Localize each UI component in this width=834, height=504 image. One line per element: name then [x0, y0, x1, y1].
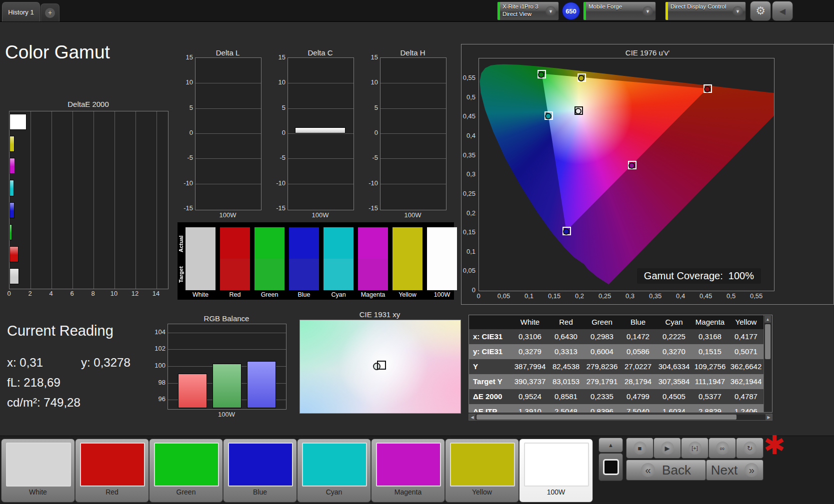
table-cell: 28,1794	[620, 374, 656, 389]
current-reading-heading: Current Reading	[7, 323, 114, 339]
source-dropdown[interactable]: Mobile Forge ▼	[583, 1, 656, 20]
scroll-thumb[interactable]	[476, 415, 736, 420]
table-cell: 2,8829	[692, 404, 728, 413]
collapse-panel-button[interactable]: ◀	[772, 1, 793, 21]
delta-gridline	[196, 83, 261, 83]
cie1976-x-tick: 0	[470, 292, 488, 300]
pattern-button-blue[interactable]: Blue	[223, 439, 297, 503]
pattern-button-label: Green	[150, 488, 222, 496]
table-cell: 0,2983	[584, 329, 620, 344]
control-button-play[interactable]: ▶	[654, 438, 681, 459]
table-cell: 307,3584	[656, 374, 692, 389]
delta-h-x-label: 100W	[380, 211, 446, 219]
pattern-button-cyan[interactable]: Cyan	[297, 439, 371, 503]
cie1976-chart: Gamut Coverage: 100%	[478, 58, 774, 291]
pattern-button-green[interactable]: Green	[149, 439, 223, 503]
table-cell: 362,6642	[728, 359, 764, 374]
delta-l-x-label: 100W	[195, 211, 260, 219]
delta-gridline	[196, 184, 261, 184]
delta-gridline	[380, 83, 446, 83]
delta-gridline	[196, 133, 261, 134]
swatch-label: 100W	[427, 291, 457, 298]
deltae-bar-white	[10, 268, 19, 284]
actual-row-label: Actual	[178, 228, 186, 259]
pattern-swatch	[524, 443, 589, 487]
cie1976-y-tick: 0,45	[460, 112, 476, 120]
table-cell: 0,1472	[620, 329, 656, 344]
back-button[interactable]: « Back	[626, 460, 706, 481]
pattern-button-white[interactable]: White	[1, 439, 75, 503]
deltae-gridline	[94, 111, 94, 289]
rgb-bar-blue	[247, 361, 276, 408]
cie1976-y-tick: 0,1	[460, 248, 476, 255]
pattern-button-magenta[interactable]: Magenta	[371, 439, 445, 503]
delta-gridline	[196, 158, 261, 159]
swatch-label: Green	[254, 291, 284, 298]
delta-y-tick: 10	[270, 78, 286, 86]
reading-fl: fL: 218,69	[7, 376, 60, 390]
display-control-dropdown[interactable]: Direct Display Control ▼	[665, 1, 746, 20]
table-cell: 0,9524	[512, 389, 548, 404]
scroll-up-icon[interactable]: ▲	[764, 316, 771, 323]
pattern-button-100w[interactable]: 100W	[519, 439, 593, 503]
rgb-bar-green	[212, 364, 242, 408]
swatch-label: Red	[220, 291, 250, 298]
pattern-swatch	[376, 443, 441, 487]
gamut-dot-yellow	[578, 75, 584, 81]
pattern-button-label: Blue	[224, 488, 296, 496]
pattern-size-icon: [+]	[688, 442, 702, 455]
control-button-stop[interactable]: ■	[626, 438, 654, 459]
pattern-up-button[interactable]: ▲	[598, 438, 623, 453]
cie1976-x-tick: 0,35	[646, 292, 664, 300]
deltae-bar-magenta	[10, 158, 15, 174]
rgb-y-tick: 104	[150, 328, 166, 336]
table-header-row: WhiteRedGreenBlueCyanMagentaYellow	[469, 315, 764, 329]
deltae-gridline	[114, 111, 115, 289]
exposure-badge[interactable]: 650	[562, 2, 580, 20]
table-row: y: CIE310,32790,33130,60040,05860,32700,…	[469, 344, 764, 359]
cie1976-y-tick: 0,35	[460, 151, 476, 159]
table-cell: 0,2335	[584, 389, 620, 404]
table-row: ΔE 20000,95240,85810,23350,47990,45050,5…	[469, 389, 764, 404]
scroll-thumb[interactable]	[765, 324, 770, 359]
cie1976-y-tick: 0,2	[460, 209, 476, 217]
scroll-left-icon[interactable]: ◀	[469, 414, 476, 420]
deltae-x-tick: 6	[67, 290, 77, 297]
actual-swatch	[186, 227, 216, 259]
table-column-header: Green	[584, 315, 620, 329]
add-tab-button[interactable]: +	[40, 3, 60, 21]
table-horizontal-scrollbar[interactable]: ◀ ▶	[468, 414, 772, 421]
scroll-right-icon[interactable]: ▶	[766, 414, 772, 420]
delta-y-tick: 0	[363, 129, 378, 136]
rgb-balance-chart	[168, 324, 286, 410]
chevron-down-icon: ▼	[732, 6, 743, 16]
pattern-button-label: White	[2, 488, 74, 496]
rgb-y-tick: 96	[150, 395, 166, 403]
target-swatch	[358, 259, 388, 290]
table-cell: 0,2225	[656, 329, 692, 344]
gamut-dot-green	[538, 71, 544, 78]
settings-button[interactable]: ⚙	[750, 1, 771, 21]
pattern-button-yellow[interactable]: Yellow	[445, 439, 519, 503]
deltae-bar-yellow	[10, 136, 14, 152]
cie1976-y-tick: 0,25	[460, 190, 476, 197]
tab-history[interactable]: History 1	[2, 2, 40, 21]
table-vertical-scrollbar[interactable]: ▲	[764, 315, 772, 412]
deltae-bar-100w	[10, 114, 26, 130]
cie1976-panel: CIE 1976 u'v' Gamut Coverage: 100% 00,05…	[461, 44, 834, 305]
control-button-repeat[interactable]: ↻	[736, 438, 764, 459]
table-cell: 0,4799	[620, 389, 656, 404]
next-button[interactable]: Next »	[706, 460, 764, 481]
control-button-pattern-size[interactable]: [+]	[681, 438, 708, 459]
meter-dropdown[interactable]: X-Rite i1Pro 3Direct View ▼	[497, 1, 559, 20]
target-swatch	[392, 259, 422, 290]
delta-y-tick: 0	[178, 129, 193, 136]
table-cell: 0,3279	[512, 344, 548, 359]
control-button-continuous[interactable]: ∞	[708, 438, 736, 459]
cie1976-y-tick: 0,5	[460, 93, 476, 101]
table-cell: 0,3270	[656, 344, 692, 359]
table-cell: 27,0227	[620, 359, 656, 374]
pattern-swatch	[80, 443, 145, 487]
pattern-button-red[interactable]: Red	[75, 439, 149, 503]
pattern-window-button[interactable]	[598, 453, 623, 481]
